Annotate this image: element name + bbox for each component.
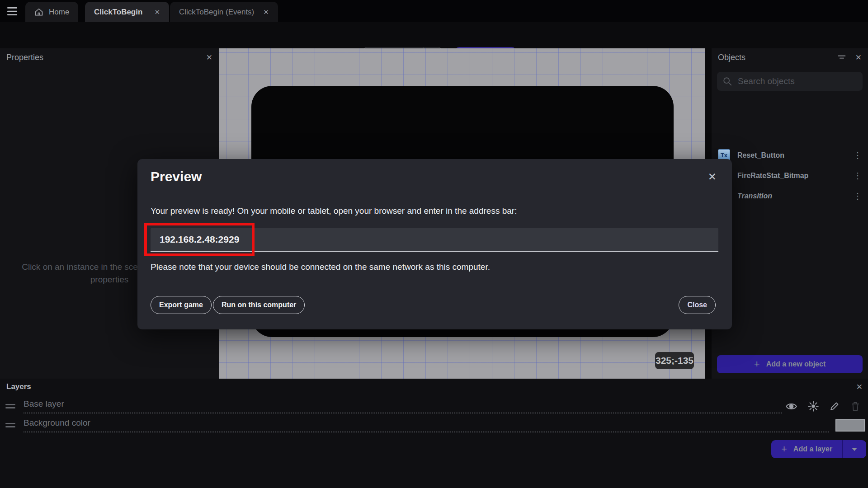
close-icon[interactable]: ✕ [263,8,269,16]
tab-home[interactable]: Home [25,2,78,22]
add-layer-button[interactable]: + Add a layer [771,440,842,458]
network-note-message: Please note that your device should be c… [151,262,490,272]
search-input[interactable] [738,76,857,86]
dialog-title: Preview [151,169,202,184]
plus-icon: + [754,358,760,370]
delete-layer-trash-icon[interactable] [850,401,861,412]
add-object-label: Add a new object [766,360,826,368]
tab-label: ClickToBegin (Events) [179,8,254,17]
close-dialog-button[interactable]: Close [679,296,716,314]
object-name: Reset_Button [737,151,846,160]
tab-label: ClickToBegin [94,8,142,17]
objects-search-box [717,72,863,91]
edit-layer-pencil-icon[interactable] [829,401,840,412]
object-row[interactable]: Transition ⋮ [712,186,868,206]
object-row[interactable]: BF FireRateStat_Bitmap ⋮ [712,165,868,186]
red-highlight-annotation [144,223,255,256]
object-menu-icon[interactable]: ⋮ [854,191,862,201]
drag-handle-icon[interactable] [5,421,17,429]
add-layer-dropdown-button[interactable] [843,440,866,458]
add-layer-label: Add a layer [793,445,832,453]
layer-row: Base layer [0,398,868,415]
home-icon [34,8,43,17]
object-menu-icon[interactable]: ⋮ [854,171,862,181]
chevron-down-icon [851,447,858,451]
close-icon[interactable]: ✕ [855,53,862,62]
hamburger-menu-icon[interactable] [6,5,19,17]
properties-panel-title: Properties [6,53,43,62]
background-color-swatch[interactable] [835,419,865,432]
cursor-coordinates-badge: 325;-135 [655,352,694,369]
object-name: FireRateStat_Bitmap [737,172,846,180]
export-game-button[interactable]: Export game [151,296,212,314]
layers-panel: Layers ✕ Base layer [0,379,868,488]
layer-name-field[interactable]: Background color [24,418,829,432]
filter-icon[interactable] [837,53,846,62]
run-on-this-computer-button[interactable]: Run on this computer [213,296,305,314]
close-icon[interactable]: ✕ [154,8,160,16]
layers-panel-title: Layers [6,382,31,391]
objects-panel-title: Objects [718,53,745,62]
object-name: Transition [737,192,846,200]
layer-name-field[interactable]: Base layer [24,399,782,413]
toolbar: Preview Publish [0,22,868,48]
plus-icon: + [781,443,787,455]
preview-ready-message: Your preview is ready! On your mobile or… [151,206,517,216]
drag-handle-icon[interactable] [5,402,17,410]
add-layer-button-group: + Add a layer [771,440,866,458]
tab-events[interactable]: ClickToBegin (Events) ✕ [170,2,278,22]
search-icon [722,76,732,86]
tab-label: Home [49,8,69,17]
layer-effects-icon[interactable] [807,400,819,412]
object-row[interactable]: Tx Reset_Button ⋮ [712,145,868,165]
add-new-object-button[interactable]: + Add a new object [717,355,863,373]
close-icon[interactable]: ✕ [206,53,212,62]
tab-bar: Home ClickToBegin ✕ ClickToBegin (Events… [0,0,868,22]
visibility-eye-icon[interactable] [785,400,797,413]
layer-row: Background color [0,417,868,434]
tab-scene[interactable]: ClickToBegin ✕ [85,2,169,22]
object-menu-icon[interactable]: ⋮ [854,150,862,160]
close-icon[interactable]: ✕ [856,382,863,392]
preview-dialog: Preview ✕ Your preview is ready! On your… [137,159,732,329]
close-icon[interactable]: ✕ [708,171,717,183]
objects-panel: Objects ✕ Tx Reset_Button ⋮ [712,48,868,379]
